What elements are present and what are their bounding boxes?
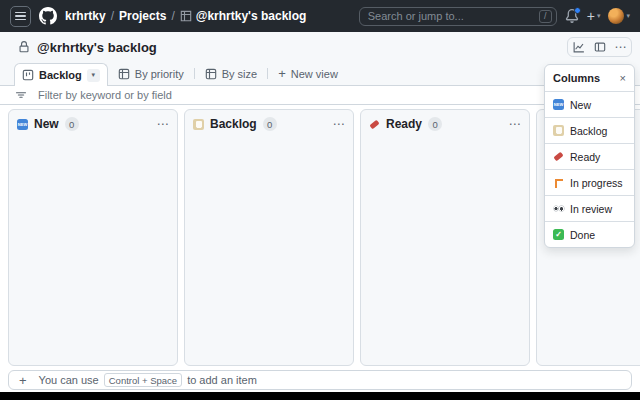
unread-notification-dot: [574, 7, 581, 14]
table-view-icon: [205, 68, 217, 80]
column-menu-button[interactable]: ⋯: [333, 118, 346, 130]
new-view-button[interactable]: + New view: [268, 62, 348, 85]
kebab-icon: ⋯: [614, 41, 627, 53]
panel-item-backlog[interactable]: Backlog: [545, 117, 634, 143]
new-view-label: New view: [291, 68, 338, 80]
tab-by-size[interactable]: By size: [195, 62, 267, 85]
panel-item-done[interactable]: Done: [545, 221, 634, 247]
columns-panel: Columns × New Backlog Ready In progress …: [544, 64, 635, 248]
tab-label: By size: [222, 68, 257, 80]
create-new-button[interactable]: + ▾: [587, 9, 601, 23]
backlog-status-icon: [553, 125, 564, 136]
breadcrumb-project[interactable]: @krhrtky's backlog: [180, 9, 307, 23]
avatar: [608, 8, 624, 24]
plus-icon: +: [587, 9, 595, 23]
column-count-badge: 0: [263, 117, 277, 131]
user-menu-button[interactable]: ▾: [608, 8, 630, 24]
columns-panel-header: Columns ×: [545, 65, 634, 91]
search-input[interactable]: [368, 10, 535, 22]
page-title: @krhrtky's backlog: [37, 40, 157, 55]
ready-status-icon: [369, 119, 380, 130]
ready-status-icon: [553, 151, 564, 162]
panel-item-ready[interactable]: Ready: [545, 143, 634, 169]
board-columns: New 0 ⋯ Backlog 0 ⋯ Ready 0 ⋯: [8, 109, 632, 366]
panel-item-in-progress[interactable]: In progress: [545, 169, 634, 195]
done-status-icon: [553, 229, 564, 240]
breadcrumb-projects[interactable]: Projects: [119, 9, 166, 23]
lock-icon: [18, 41, 30, 53]
table-view-icon: [118, 68, 130, 80]
column-count-badge: 0: [65, 117, 79, 131]
board-view-icon: [22, 69, 34, 81]
add-item-hint: You can use Control + Space to add an it…: [39, 373, 257, 387]
slash-key-hint: /: [539, 10, 552, 23]
octocat-icon: [39, 7, 57, 25]
project-header-actions: ⋯: [567, 37, 632, 57]
hamburger-icon: [15, 12, 26, 14]
in-review-status-icon: [553, 203, 564, 214]
chevron-down-icon: ▾: [597, 12, 601, 20]
global-header: krhrtky / Projects / @krhrtky's backlog …: [0, 0, 640, 32]
column-header: Ready 0 ⋯: [361, 110, 529, 137]
insights-button[interactable]: [568, 38, 589, 56]
add-item-bar[interactable]: + You can use Control + Space to add an …: [8, 370, 632, 390]
column-name: Ready: [386, 117, 422, 131]
board-column-ready: Ready 0 ⋯: [360, 109, 530, 366]
notifications-button[interactable]: [565, 9, 579, 23]
breadcrumb: krhrtky / Projects / @krhrtky's backlog: [65, 9, 306, 23]
github-logo[interactable]: [39, 7, 57, 25]
tab-label: By priority: [135, 68, 184, 80]
column-name: Backlog: [210, 117, 257, 131]
side-panel-button[interactable]: [589, 38, 610, 56]
close-icon[interactable]: ×: [620, 73, 626, 84]
panel-item-new[interactable]: New: [545, 91, 634, 117]
add-item-plus-icon[interactable]: +: [19, 374, 27, 387]
project-menu-button[interactable]: ⋯: [610, 38, 631, 56]
global-nav-menu-button[interactable]: [10, 6, 31, 27]
project-header: @krhrtky's backlog ⋯: [0, 32, 640, 62]
github-projects-app: krhrtky / Projects / @krhrtky's backlog …: [0, 0, 640, 400]
columns-panel-title: Columns: [553, 72, 600, 84]
board-column-new: New 0 ⋯: [8, 109, 178, 366]
tab-by-priority[interactable]: By priority: [108, 62, 194, 85]
column-menu-button[interactable]: ⋯: [509, 118, 522, 130]
filter-icon: [15, 89, 27, 101]
column-header: Backlog 0 ⋯: [185, 110, 353, 137]
board-column-backlog: Backlog 0 ⋯: [184, 109, 354, 366]
keyboard-shortcut: Control + Space: [104, 373, 182, 387]
project-table-icon: [180, 10, 192, 22]
tab-backlog[interactable]: Backlog ▾: [14, 63, 108, 86]
breadcrumb-separator: /: [111, 9, 114, 23]
column-name: New: [34, 117, 59, 131]
chevron-down-icon: ▾: [626, 12, 630, 20]
plus-icon: +: [278, 67, 286, 80]
column-menu-button[interactable]: ⋯: [157, 118, 170, 130]
tab-label: Backlog: [39, 69, 82, 81]
backlog-status-icon: [193, 119, 204, 130]
view-options-caret[interactable]: ▾: [87, 69, 100, 82]
side-panel-icon: [594, 41, 606, 53]
in-progress-status-icon: [553, 177, 564, 188]
breadcrumb-user[interactable]: krhrtky: [65, 9, 106, 23]
global-search[interactable]: /: [359, 7, 557, 26]
insights-chart-icon: [573, 41, 585, 53]
bottom-edge-strip: [0, 392, 640, 400]
column-header: New 0 ⋯: [9, 110, 177, 137]
breadcrumb-separator: /: [171, 9, 174, 23]
column-count-badge: 0: [428, 117, 442, 131]
panel-item-in-review[interactable]: In review: [545, 195, 634, 221]
new-status-icon: [553, 99, 564, 110]
new-status-icon: [17, 119, 28, 130]
